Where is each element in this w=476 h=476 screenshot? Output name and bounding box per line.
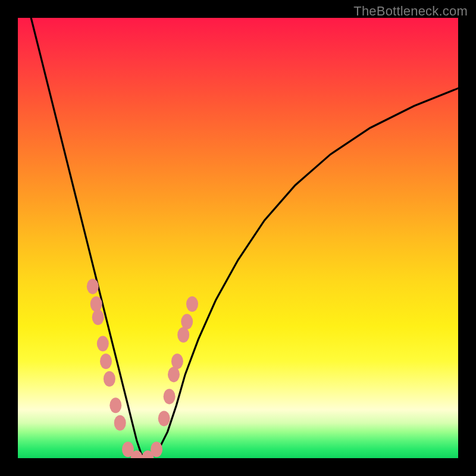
curve-marker [104,371,115,387]
bottleneck-curve [31,18,458,458]
curve-marker [114,415,126,431]
curve-marker [164,389,176,404]
curve-marker [168,367,180,382]
chart-stage: TheBottleneck.com [0,0,476,476]
curve-marker [171,353,183,369]
curve-marker [90,296,102,312]
curve-marker [87,278,99,294]
watermark-label: TheBottleneck.com [353,4,468,19]
curve-marker [186,296,198,312]
curve-marker [177,327,189,343]
curve-marker [109,397,121,413]
curve-marker [100,353,112,369]
curve-marker [181,314,193,330]
curve-marker [92,309,104,325]
curve-marker [151,441,162,457]
plot-area [18,18,458,458]
curve-svg [18,18,458,458]
curve-marker [158,411,170,426]
curve-marker [97,336,109,352]
